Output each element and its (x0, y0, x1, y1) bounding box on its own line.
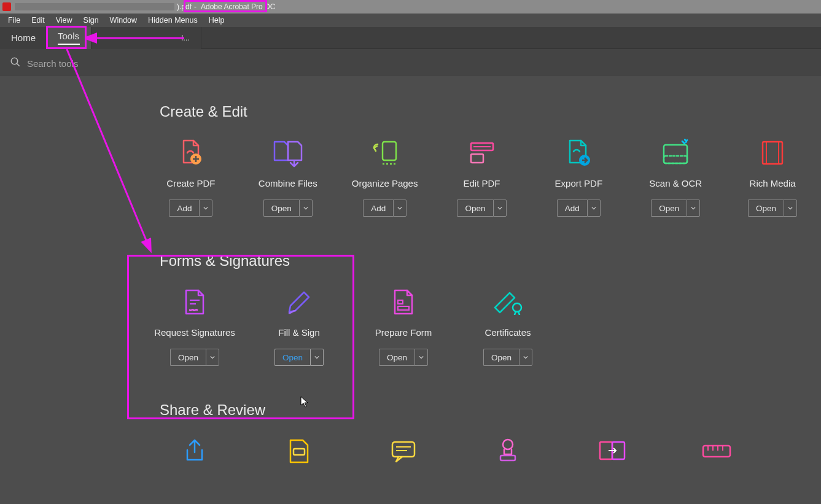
request-sign-icon (177, 287, 212, 317)
tool-create-pdf[interactable]: Create PDFAdd (142, 138, 239, 217)
section-share-review: Share & Review (0, 401, 821, 476)
tool-compare[interactable] (560, 436, 664, 476)
svg-rect-15 (398, 300, 403, 304)
tool-action-main[interactable]: Open (483, 349, 519, 366)
tool-label: Certificates (484, 327, 531, 338)
tool-action-button[interactable]: Open (263, 200, 313, 217)
tool-label: Combine Files (259, 178, 317, 188)
tool-rich-media[interactable]: Rich MediaOpen (724, 138, 821, 217)
titlebar-separator: - (194, 2, 196, 11)
tool-action-main[interactable]: Open (263, 200, 299, 217)
tool-action-main[interactable]: Add (169, 200, 199, 217)
organize-pages-icon (368, 138, 402, 168)
tool-action-button[interactable]: Open (457, 200, 506, 217)
tool-action-dropdown[interactable] (299, 200, 313, 217)
tool-action-button[interactable]: Add (557, 200, 601, 217)
combine-files-icon (271, 138, 305, 168)
menu-window[interactable]: Window (104, 15, 142, 26)
tool-action-main[interactable]: Open (274, 349, 310, 366)
tool-action-button[interactable]: Add (363, 200, 407, 217)
tab-document[interactable]: l... (91, 27, 201, 49)
tool-action-button[interactable]: Open (170, 349, 219, 366)
tab-home-label: Home (11, 33, 36, 43)
tool-stamp[interactable] (456, 436, 560, 476)
tool-label: Export PDF (555, 178, 603, 188)
tool-combine-files[interactable]: Combine FilesOpen (239, 138, 337, 217)
tool-prepare-form[interactable]: Prepare FormOpen (351, 287, 456, 366)
tool-action-dropdown[interactable] (414, 349, 428, 366)
section-title-create-edit: Create & Edit (160, 103, 821, 120)
tool-action-dropdown[interactable] (393, 200, 407, 217)
search-row (0, 49, 821, 77)
tool-action-dropdown[interactable] (687, 200, 700, 217)
tool-action-button[interactable]: Add (169, 200, 212, 217)
tool-label: Rich Media (750, 178, 796, 188)
svg-rect-10 (763, 142, 782, 164)
tool-label: Request Signatures (154, 327, 235, 338)
app-name: Adobe Acrobat Pro DC (201, 2, 275, 11)
tool-measure[interactable] (664, 436, 769, 476)
tool-action-dropdown[interactable] (587, 200, 601, 217)
tool-label: Create PDF (166, 178, 215, 188)
svg-rect-3 (383, 142, 396, 160)
tool-export-pdf[interactable]: Export PDFAdd (530, 138, 627, 217)
svg-line-1 (17, 64, 20, 66)
search-input[interactable] (27, 58, 211, 69)
section-title-forms-signatures: Forms & Signatures (160, 252, 821, 269)
section-create-edit: Create & Edit Create PDFAddCombine Files… (0, 103, 821, 217)
tool-action-button[interactable]: Open (651, 200, 700, 217)
tool-action-dropdown[interactable] (519, 349, 532, 366)
menu-file[interactable]: File (2, 15, 26, 26)
tab-tools[interactable]: Tools (47, 27, 91, 49)
tool-label: Scan & OCR (649, 178, 702, 188)
tool-action-button[interactable]: Open (274, 349, 324, 366)
tool-action-main[interactable]: Add (557, 200, 587, 217)
fill-sign-icon (282, 287, 316, 317)
tool-request-sign[interactable]: Request SignaturesOpen (142, 287, 247, 366)
svg-point-22 (503, 440, 513, 449)
svg-rect-23 (500, 456, 515, 460)
tool-action-main[interactable]: Open (379, 349, 414, 366)
tool-scan-ocr[interactable]: Scan & OCROpen (627, 138, 724, 217)
svg-rect-26 (703, 446, 730, 457)
tool-row-share-review (0, 436, 821, 476)
svg-rect-5 (471, 154, 483, 163)
tool-edit-pdf[interactable]: Edit PDFOpen (434, 138, 531, 217)
tool-action-button[interactable]: Open (748, 200, 797, 217)
tool-action-main[interactable]: Open (170, 349, 206, 366)
tool-action-dropdown[interactable] (199, 200, 212, 217)
menu-hidden-menus[interactable]: Hidden Menus (142, 15, 203, 26)
tool-action-dropdown[interactable] (493, 200, 507, 217)
tool-fill-sign[interactable]: Fill & SignOpen (247, 287, 351, 366)
tool-send-comments[interactable] (247, 436, 351, 476)
tool-action-main[interactable]: Open (457, 200, 492, 217)
svg-rect-9 (664, 156, 687, 163)
tool-share[interactable] (142, 436, 247, 476)
tool-action-dropdown[interactable] (206, 349, 219, 366)
tool-action-main[interactable]: Open (748, 200, 784, 217)
document-title-area (15, 3, 174, 10)
svg-rect-18 (294, 449, 305, 455)
tab-home[interactable]: Home (0, 27, 47, 49)
tool-certificates[interactable]: CertificatesOpen (456, 287, 560, 366)
tool-comment[interactable] (351, 436, 456, 476)
menubar: File Edit View Sign Window Hidden Menus … (0, 14, 821, 27)
tool-organize-pages[interactable]: Organize PagesAdd (337, 138, 434, 217)
tool-action-button[interactable]: Open (379, 349, 428, 366)
rich-media-icon (755, 138, 790, 168)
tab-tools-label: Tools (58, 31, 79, 41)
svg-rect-16 (398, 306, 409, 310)
tool-action-main[interactable]: Open (651, 200, 687, 217)
menu-edit[interactable]: Edit (26, 15, 50, 26)
tool-action-dropdown[interactable] (310, 349, 324, 366)
measure-icon (699, 436, 734, 467)
main-tabs: Home Tools l... (0, 27, 821, 49)
menu-view[interactable]: View (50, 15, 78, 26)
menu-help[interactable]: Help (203, 15, 230, 26)
tool-action-dropdown[interactable] (784, 200, 797, 217)
tool-action-button[interactable]: Open (483, 349, 532, 366)
menu-sign[interactable]: Sign (78, 15, 104, 26)
send-comments-icon (282, 436, 316, 467)
tool-label: Fill & Sign (278, 327, 320, 338)
tool-action-main[interactable]: Add (363, 200, 393, 217)
